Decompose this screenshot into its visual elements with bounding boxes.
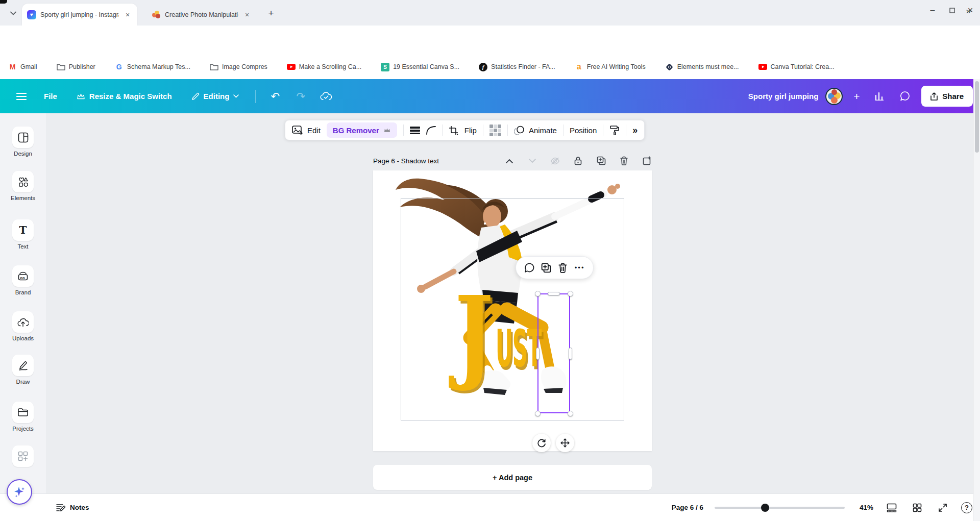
more-options-icon[interactable]: ••• bbox=[574, 262, 586, 274]
bookmark-label: Gmail bbox=[20, 63, 37, 70]
file-menu[interactable]: File bbox=[38, 87, 63, 105]
selection-handle-left[interactable] bbox=[536, 348, 540, 360]
tab2-favicon bbox=[152, 10, 161, 19]
add-page-button[interactable]: + Add page bbox=[373, 465, 652, 490]
bookmark-item[interactable]: Elements must mee... bbox=[665, 63, 739, 71]
crop-button[interactable] bbox=[449, 126, 458, 135]
sidebar-item-text[interactable]: T Text bbox=[0, 219, 46, 250]
tab-sporty-girl[interactable]: ♥ Sporty girl jumping - Instagram × bbox=[22, 4, 137, 26]
selection-handle-ne[interactable] bbox=[568, 291, 573, 296]
bookmark-item[interactable]: f Statistics Finder - FA... bbox=[479, 63, 555, 71]
sidebar-item-draw[interactable]: Draw bbox=[0, 355, 46, 385]
resize-magic-switch-button[interactable]: Resize & Magic Switch bbox=[70, 87, 178, 105]
window-maximize-button[interactable] bbox=[943, 3, 961, 17]
comments-icon[interactable] bbox=[896, 87, 914, 106]
duplicate-icon[interactable] bbox=[540, 262, 552, 274]
tab-photo-manipulation[interactable]: Creative Photo Manipulation Te × bbox=[146, 4, 257, 26]
page-scrollbar[interactable] bbox=[973, 79, 980, 521]
selection-handle-sw[interactable] bbox=[535, 411, 541, 416]
flip-button[interactable]: Flip bbox=[464, 126, 477, 135]
window-minimize-button[interactable]: – bbox=[924, 3, 941, 17]
bookmark-item[interactable]: Image Compres bbox=[210, 63, 267, 70]
lock-page-icon[interactable] bbox=[573, 156, 583, 166]
design-title[interactable]: Sporty girl jumping bbox=[748, 92, 819, 101]
cloud-save-icon[interactable] bbox=[317, 87, 335, 106]
grid-view-icon[interactable] bbox=[910, 501, 924, 515]
apps-icon bbox=[12, 445, 34, 467]
main-menu-icon[interactable] bbox=[12, 87, 31, 106]
delete-page-icon[interactable] bbox=[619, 156, 629, 166]
selection-handle-nw[interactable] bbox=[535, 291, 541, 296]
transparency-button[interactable] bbox=[489, 125, 501, 136]
user-avatar[interactable] bbox=[825, 88, 843, 105]
toolbar-divider bbox=[442, 125, 443, 136]
position-button[interactable]: Position bbox=[570, 126, 597, 135]
selection-handle-se[interactable] bbox=[568, 411, 573, 416]
toolbar-divider bbox=[403, 125, 404, 136]
corner-rounding-button[interactable] bbox=[426, 126, 436, 135]
selection-handle-top[interactable] bbox=[548, 292, 560, 295]
notes-label: Notes bbox=[70, 504, 89, 511]
toolbar-overflow-icon[interactable]: » bbox=[632, 125, 638, 136]
bookmark-item[interactable]: M Gmail bbox=[8, 63, 37, 71]
insights-chart-icon[interactable] bbox=[870, 87, 889, 106]
move-page-up-icon[interactable] bbox=[504, 156, 514, 166]
undo-icon[interactable]: ↶ bbox=[266, 87, 284, 106]
help-icon[interactable]: ? bbox=[961, 502, 972, 513]
bookmark-label: Statistics Finder - FA... bbox=[491, 63, 555, 70]
sidebar-item-brand[interactable]: co Brand bbox=[0, 265, 46, 295]
edit-image-button[interactable]: Edit bbox=[292, 126, 321, 135]
window-corner bbox=[0, 0, 7, 4]
pages-view-icon[interactable] bbox=[885, 501, 899, 515]
stroke-weight-button[interactable] bbox=[410, 127, 420, 134]
zoom-level[interactable]: 41% bbox=[856, 504, 873, 511]
selection-handle-right[interactable] bbox=[569, 348, 572, 360]
comment-icon[interactable] bbox=[523, 262, 535, 274]
zoom-slider-knob[interactable] bbox=[761, 504, 769, 512]
zoom-slider[interactable] bbox=[715, 504, 845, 512]
page-label[interactable]: Page 6 - Shadow text bbox=[373, 157, 439, 165]
add-page-icon[interactable] bbox=[642, 156, 652, 166]
bookmark-item[interactable]: S 19 Essential Canva S... bbox=[381, 63, 459, 71]
move-handle[interactable] bbox=[556, 434, 574, 452]
fullscreen-icon[interactable] bbox=[936, 501, 950, 515]
notes-button[interactable]: Notes bbox=[56, 504, 89, 512]
tab-close-icon[interactable]: × bbox=[242, 10, 252, 19]
sidebar-item-projects[interactable]: Projects bbox=[0, 402, 46, 432]
selection-rect[interactable] bbox=[537, 293, 570, 413]
sidebar-item-elements[interactable]: Elements bbox=[0, 171, 46, 201]
bg-remover-button[interactable]: BG Remover bbox=[327, 122, 397, 138]
hide-page-icon[interactable] bbox=[550, 156, 560, 166]
editor-stage: Edit BG Remover Flip bbox=[46, 113, 973, 493]
share-button[interactable]: Share bbox=[921, 86, 973, 107]
editing-mode-dropdown[interactable]: Editing bbox=[185, 87, 246, 105]
app-header: File Resize & Magic Switch Editing ↶ ↷ S… bbox=[0, 79, 980, 113]
tab-close-icon[interactable]: × bbox=[123, 10, 132, 19]
duplicate-page-icon[interactable] bbox=[596, 156, 606, 166]
page-header-row: Page 6 - Shadow text bbox=[373, 153, 652, 168]
bookmarks-overflow-icon[interactable]: » bbox=[966, 6, 971, 16]
new-tab-button[interactable]: + bbox=[264, 7, 278, 20]
tab-search-button[interactable] bbox=[8, 8, 18, 18]
magic-assistant-button[interactable] bbox=[7, 479, 32, 505]
move-page-down-icon[interactable] bbox=[527, 156, 537, 166]
gmail-icon: M bbox=[8, 63, 17, 71]
copy-style-button[interactable] bbox=[609, 125, 620, 135]
bookmark-item[interactable]: a Free AI Writing Tools bbox=[575, 63, 646, 71]
bg-remover-label: BG Remover bbox=[333, 126, 379, 135]
sidebar-item-uploads[interactable]: Uploads bbox=[0, 311, 46, 341]
bookmark-item[interactable]: Publisher bbox=[57, 63, 95, 70]
rotate-handle[interactable] bbox=[532, 434, 551, 452]
animate-button[interactable]: Animate bbox=[514, 126, 557, 135]
delete-icon[interactable] bbox=[557, 262, 569, 274]
sidebar-item-design[interactable]: Design bbox=[0, 127, 46, 157]
bookmark-item[interactable]: G Schema Markup Tes... bbox=[115, 63, 190, 71]
design-page-canvas[interactable]: J J UST UST bbox=[373, 170, 652, 451]
invite-member-icon[interactable]: + bbox=[850, 87, 863, 106]
bookmark-item[interactable]: Make a Scrolling Ca... bbox=[287, 63, 361, 70]
sidebar-item-apps[interactable] bbox=[0, 445, 46, 467]
bookmark-item[interactable]: Canva Tutorial: Crea... bbox=[758, 63, 835, 70]
zoom-slider-track[interactable] bbox=[715, 507, 845, 509]
redo-icon[interactable]: ↷ bbox=[291, 87, 310, 106]
scrollbar-thumb[interactable] bbox=[975, 81, 979, 153]
